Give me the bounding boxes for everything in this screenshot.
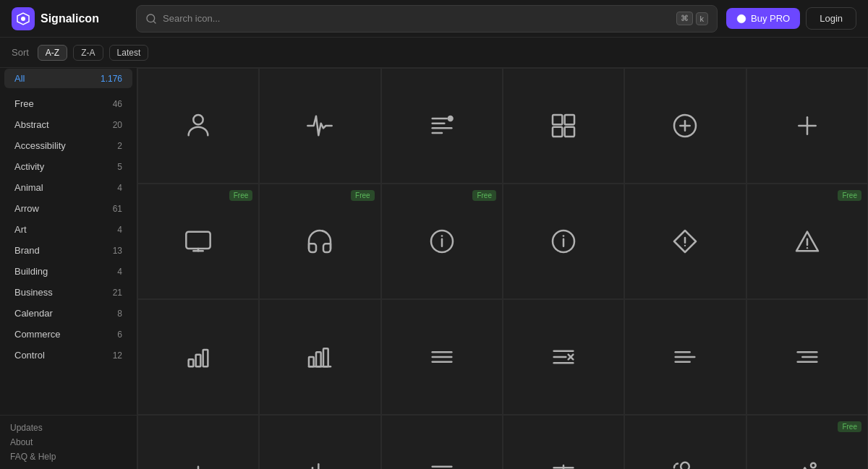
svg-point-5	[193, 115, 203, 124]
cmd-key: ⌘	[676, 12, 693, 25]
sidebar-item-business[interactable]: Business 21	[4, 283, 132, 302]
icon-cell-box-2[interactable]	[259, 415, 380, 469]
svg-point-29	[563, 235, 565, 237]
sidebar-item-all[interactable]: All 1.176	[4, 69, 132, 88]
main-content: All 1.176 Free 46 Abstract 20 Accessibil…	[0, 68, 868, 469]
sidebar-item-calendar[interactable]: Calendar 8	[4, 304, 132, 323]
box-2-icon	[302, 455, 337, 469]
svg-point-1	[21, 17, 25, 21]
menu-icon	[425, 340, 459, 374]
grid-icon	[546, 108, 581, 143]
svg-rect-39	[323, 348, 328, 366]
svg-rect-35	[196, 355, 201, 367]
icon-cell-activity[interactable]	[259, 68, 380, 184]
headphones-icon	[302, 224, 337, 259]
person-icon	[181, 108, 216, 143]
activity-icon	[302, 108, 337, 143]
icon-cell-mountain[interactable]: Free	[746, 415, 868, 469]
sidebar-item-brand[interactable]: Brand 13	[4, 241, 132, 260]
icon-cell-bar-chart[interactable]	[137, 299, 259, 415]
sidebar-item-building[interactable]: Building 4	[4, 262, 132, 281]
sidebar-item-activity[interactable]: Activity 5	[4, 157, 132, 176]
svg-point-31	[684, 245, 686, 246]
faq-link[interactable]: FAQ & Help	[10, 452, 127, 462]
icon-cell-person-2[interactable]	[624, 415, 746, 469]
icon-cell-info-circle-2[interactable]	[503, 184, 624, 299]
svg-point-26	[441, 235, 443, 237]
icon-cell-headphones[interactable]: Free	[259, 184, 380, 299]
svg-rect-38	[316, 352, 321, 366]
box-icon	[181, 455, 216, 469]
icon-cell-menu-cross[interactable]	[503, 299, 624, 415]
free-badge: Free	[351, 190, 375, 201]
sidebar-footer: Updates About FAQ & Help	[0, 415, 137, 469]
chart-rows-icon	[546, 455, 581, 469]
svg-line-3	[153, 21, 156, 23]
icon-cell-plus[interactable]	[746, 68, 868, 184]
svg-rect-12	[565, 115, 574, 124]
about-link[interactable]: About	[10, 437, 127, 447]
icon-cell-filter-list[interactable]	[381, 68, 503, 184]
svg-point-72	[811, 463, 816, 468]
sort-label: Sort	[12, 47, 29, 58]
menu-indent-icon	[790, 340, 825, 374]
icon-cell-person[interactable]	[137, 68, 259, 184]
sort-az-button[interactable]: A-Z	[38, 45, 67, 61]
login-button[interactable]: Login	[806, 7, 856, 30]
chart-cols-icon	[425, 455, 459, 469]
icon-cell-bar-chart-2[interactable]	[259, 299, 380, 415]
icon-cell-grid[interactable]	[503, 68, 624, 184]
logo: Signalicon	[12, 7, 127, 30]
bar-chart-2-icon	[302, 340, 337, 374]
svg-rect-13	[553, 127, 562, 137]
sidebar-item-animal[interactable]: Animal 4	[4, 178, 132, 197]
sidebar-item-art[interactable]: Art 4	[4, 220, 132, 239]
icon-cell-menu-dots[interactable]	[624, 299, 746, 415]
icon-cell-box[interactable]	[137, 415, 259, 469]
sidebar-item-arrow[interactable]: Arrow 61	[4, 199, 132, 218]
sidebar-item-control[interactable]: Control 12	[4, 345, 132, 365]
icon-cell-info-circle[interactable]: Free	[381, 184, 503, 299]
icon-cell-menu[interactable]	[381, 299, 503, 415]
free-badge: Free	[838, 421, 861, 432]
search-shortcut: ⌘ k	[676, 12, 709, 25]
sidebar-item-commerce[interactable]: Commerce 6	[4, 324, 132, 344]
sort-latest-button[interactable]: Latest	[109, 45, 149, 61]
updates-link[interactable]: Updates	[10, 423, 127, 433]
svg-point-10	[447, 116, 453, 121]
icon-cell-warning-triangle[interactable]: Free	[746, 184, 868, 299]
icon-cell-menu-indent[interactable]	[746, 299, 868, 415]
warning-diamond-icon	[668, 224, 702, 259]
icon-cell-plus-circle[interactable]	[624, 68, 746, 184]
header-actions: Buy PRO Login	[726, 7, 856, 30]
bar-chart-icon	[181, 340, 216, 374]
icon-cell-warning-diamond[interactable]	[624, 184, 746, 299]
free-badge: Free	[472, 190, 496, 201]
svg-rect-34	[189, 359, 194, 366]
header: Signalicon ⌘ k Buy PRO Login	[0, 0, 868, 38]
sidebar-item-free[interactable]: Free 46	[4, 94, 132, 113]
buy-pro-button[interactable]: Buy PRO	[726, 8, 800, 29]
svg-rect-37	[309, 357, 314, 366]
logo-text: Signalicon	[41, 12, 99, 25]
svg-rect-20	[186, 232, 210, 249]
free-badge: Free	[229, 190, 253, 201]
info-circle-icon	[425, 224, 459, 259]
svg-rect-36	[203, 350, 208, 366]
icon-cell-monitor[interactable]: Free	[137, 184, 259, 299]
search-input[interactable]	[163, 13, 671, 24]
sidebar-item-abstract[interactable]: Abstract 20	[4, 115, 132, 134]
icon-grid: Free Free Free Fr	[137, 68, 868, 469]
logo-icon	[12, 7, 35, 30]
plus-circle-icon	[668, 108, 702, 143]
menu-dots-icon	[668, 340, 702, 374]
icon-cell-chart-rows[interactable]	[503, 415, 624, 469]
icon-cell-chart-cols[interactable]	[381, 415, 503, 469]
filter-list-icon	[425, 108, 459, 143]
k-key: k	[696, 12, 709, 25]
sort-za-button[interactable]: Z-A	[73, 45, 103, 61]
mountain-icon	[790, 455, 825, 469]
svg-point-33	[807, 247, 808, 249]
sidebar: All 1.176 Free 46 Abstract 20 Accessibil…	[0, 68, 137, 469]
sidebar-item-accessibility[interactable]: Accessibility 2	[4, 136, 132, 155]
